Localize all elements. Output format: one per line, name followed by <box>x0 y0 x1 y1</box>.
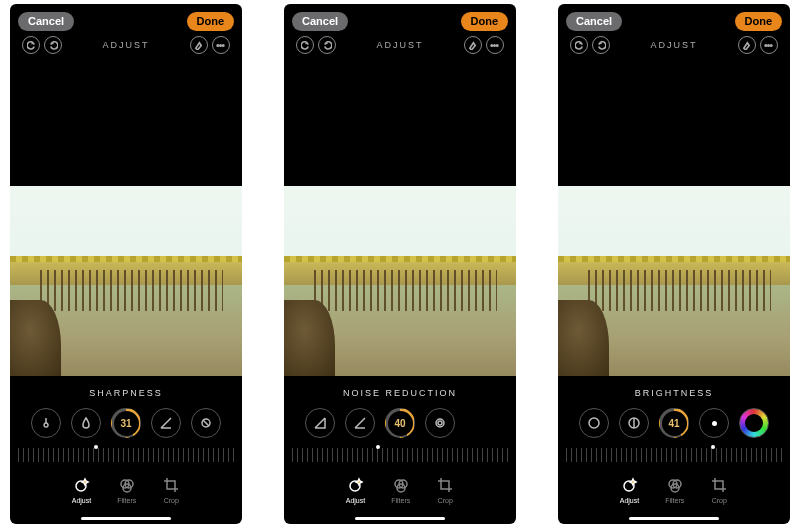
value-slider[interactable] <box>566 448 782 462</box>
svg-point-12 <box>438 421 442 425</box>
value-slider[interactable] <box>292 448 508 462</box>
value-slider[interactable] <box>18 448 234 462</box>
mode-label: ADJUST <box>102 40 149 50</box>
more-icon[interactable] <box>212 36 230 54</box>
photo-preview[interactable] <box>284 186 516 376</box>
redo-icon[interactable] <box>318 36 336 54</box>
dial-tint-icon[interactable] <box>71 408 101 438</box>
tab-filters[interactable]: Filters <box>117 476 136 504</box>
redo-icon[interactable] <box>44 36 62 54</box>
home-indicator[interactable] <box>81 517 171 521</box>
tab-adjust[interactable]: Adjust <box>620 476 639 504</box>
done-button[interactable]: Done <box>735 12 783 31</box>
done-button[interactable]: Done <box>461 12 509 31</box>
sub-bar: ADJUST <box>558 32 790 58</box>
tab-filters[interactable]: Filters <box>665 476 684 504</box>
top-bar: Cancel Done <box>10 4 242 32</box>
dial-noise-icon[interactable] <box>191 408 221 438</box>
done-button[interactable]: Done <box>187 12 235 31</box>
svg-point-17 <box>766 44 767 45</box>
svg-point-19 <box>771 44 772 45</box>
svg-point-9 <box>494 44 495 45</box>
svg-point-8 <box>492 44 493 45</box>
more-icon[interactable] <box>760 36 778 54</box>
cancel-button[interactable]: Cancel <box>566 12 622 31</box>
dial-sharpness-icon[interactable] <box>305 408 335 438</box>
slider-pointer[interactable] <box>711 445 715 449</box>
dial-brightness-value[interactable]: 41 <box>659 408 689 438</box>
sub-bar: ADJUST <box>10 32 242 58</box>
redo-icon[interactable] <box>592 36 610 54</box>
dot-icon <box>712 421 717 426</box>
cancel-button[interactable]: Cancel <box>292 12 348 31</box>
current-tool-label: SHARPNESS <box>10 388 242 398</box>
dial-blackpoint-icon[interactable] <box>699 408 729 438</box>
markup-icon[interactable] <box>190 36 208 54</box>
more-icon[interactable] <box>486 36 504 54</box>
mode-label: ADJUST <box>376 40 423 50</box>
editor-screen-sharpness: Cancel Done ADJUST SHARPNESS 31 <box>10 4 242 524</box>
svg-point-11 <box>436 419 444 427</box>
tab-crop[interactable]: Crop <box>436 476 454 504</box>
markup-icon[interactable] <box>738 36 756 54</box>
dial-noise-reduction-value[interactable]: 40 <box>385 408 415 438</box>
dial-warmth-icon[interactable] <box>31 408 61 438</box>
bottom-tabs: Adjust Filters Crop <box>558 476 790 504</box>
dial-saturation-icon[interactable] <box>739 408 769 438</box>
editor-screen-noise-reduction: Cancel Done ADJUST NOISE REDUCTION 40 <box>284 4 516 524</box>
home-indicator[interactable] <box>355 517 445 521</box>
current-tool-label: BRIGHTNESS <box>558 388 790 398</box>
svg-point-0 <box>218 44 219 45</box>
sub-bar: ADJUST <box>284 32 516 58</box>
bottom-tabs: Adjust Filters Crop <box>284 476 516 504</box>
dial-definition-icon[interactable] <box>151 408 181 438</box>
dial-exposure-icon[interactable] <box>619 408 649 438</box>
slider-pointer[interactable] <box>376 445 380 449</box>
photo-preview[interactable] <box>10 186 242 376</box>
editor-screen-brightness: Cancel Done ADJUST BRIGHTNESS 41 <box>558 4 790 524</box>
mode-label: ADJUST <box>650 40 697 50</box>
tab-adjust[interactable]: Adjust <box>346 476 365 504</box>
tab-adjust[interactable]: Adjust <box>72 476 91 504</box>
svg-point-20 <box>589 418 599 428</box>
undo-icon[interactable] <box>570 36 588 54</box>
cancel-button[interactable]: Cancel <box>18 12 74 31</box>
undo-icon[interactable] <box>296 36 314 54</box>
dial-contrast-icon[interactable] <box>579 408 609 438</box>
home-indicator[interactable] <box>629 517 719 521</box>
top-bar: Cancel Done <box>558 4 790 32</box>
svg-point-18 <box>768 44 769 45</box>
photo-preview[interactable] <box>558 186 790 376</box>
adjustment-dials: 40 <box>284 408 516 438</box>
current-tool-label: NOISE REDUCTION <box>284 388 516 398</box>
tab-filters[interactable]: Filters <box>391 476 410 504</box>
svg-point-2 <box>223 44 224 45</box>
bottom-tabs: Adjust Filters Crop <box>10 476 242 504</box>
slider-pointer[interactable] <box>94 445 98 449</box>
svg-point-1 <box>220 44 221 45</box>
dial-definition-icon[interactable] <box>345 408 375 438</box>
adjustment-dials: 41 <box>558 408 790 438</box>
svg-point-10 <box>497 44 498 45</box>
tab-crop[interactable]: Crop <box>710 476 728 504</box>
undo-icon[interactable] <box>22 36 40 54</box>
adjustment-dials: 31 <box>10 408 242 438</box>
dial-vignette-icon[interactable] <box>425 408 455 438</box>
dial-sharpness-value[interactable]: 31 <box>111 408 141 438</box>
top-bar: Cancel Done <box>284 4 516 32</box>
tab-crop[interactable]: Crop <box>162 476 180 504</box>
markup-icon[interactable] <box>464 36 482 54</box>
